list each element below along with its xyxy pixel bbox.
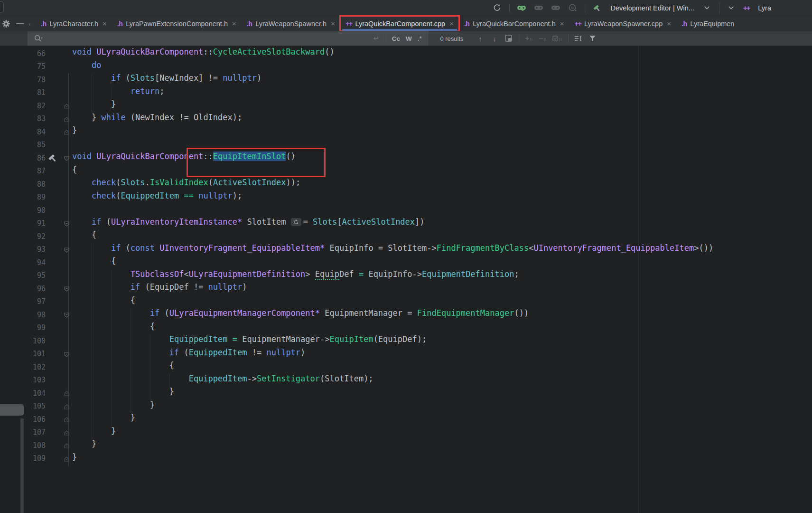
next-occurrence-icon[interactable]: ↓ <box>490 34 499 43</box>
line-number[interactable]: 83 <box>0 114 46 123</box>
chevron-down-icon[interactable] <box>702 3 712 13</box>
close-icon[interactable]: × <box>103 19 107 28</box>
code-line[interactable]: 105 } <box>0 400 812 413</box>
hide-tabs-icon[interactable]: — <box>16 19 24 28</box>
fold-start-icon[interactable] <box>64 285 70 294</box>
fold-start-icon[interactable] <box>64 247 70 255</box>
fold-start-icon[interactable] <box>64 155 70 163</box>
line-number[interactable]: 86 <box>0 154 46 162</box>
code-line[interactable]: 91 if (ULyraInventoryItemInstance* SlotI… <box>0 217 812 230</box>
controller-icon[interactable] <box>533 3 544 13</box>
gutter[interactable] <box>46 308 72 322</box>
code-text[interactable]: { <box>72 256 116 269</box>
gutter[interactable] <box>46 387 72 400</box>
sync-icon[interactable] <box>492 3 503 13</box>
search-input[interactable]: Cc W .* <box>28 31 429 46</box>
code-line[interactable]: 81 return; <box>0 86 812 100</box>
tab-LyraEquipmen[interactable]: .hLyraEquipmen <box>676 16 739 31</box>
tab-LyraWeaponSpawner.h[interactable]: .hLyraWeaponSpawner.h× <box>242 16 340 31</box>
code-line[interactable]: 87{ <box>0 165 812 178</box>
code-line[interactable]: 109} <box>0 452 812 466</box>
code-text[interactable]: EquippedItem->SetInstigator(SlotItem); <box>72 374 373 387</box>
line-number[interactable]: 93 <box>0 245 46 254</box>
search-in-selection-icon[interactable] <box>574 34 583 43</box>
fold-end-icon[interactable] <box>64 129 70 137</box>
open-results-window-icon[interactable] <box>504 34 513 43</box>
code-text[interactable]: } <box>72 99 116 113</box>
code-text[interactable]: } <box>72 452 77 466</box>
gutter[interactable] <box>46 439 72 452</box>
code-text[interactable]: } <box>72 439 96 452</box>
line-number[interactable]: 104 <box>0 389 46 398</box>
code-text[interactable]: check(EquippedItem == nullptr); <box>72 191 242 204</box>
line-number[interactable]: 94 <box>0 258 46 267</box>
line-number[interactable]: 88 <box>0 180 46 189</box>
close-icon[interactable]: × <box>667 19 671 28</box>
fold-end-icon[interactable] <box>64 429 70 438</box>
prev-occurrence-icon[interactable]: ↑ <box>476 34 485 43</box>
add-occurrence-icon[interactable]: +II <box>525 35 533 42</box>
build-hammer-icon[interactable] <box>592 3 602 13</box>
controller-icon-2[interactable] <box>551 3 561 13</box>
code-line[interactable]: 108 } <box>0 439 812 452</box>
tab-LyraQuickBarComponent.h[interactable]: .hLyraQuickBarComponent.h× <box>459 16 569 31</box>
code-line[interactable]: 94 { <box>0 256 812 269</box>
tab-LyraCharacter.h[interactable]: .hLyraCharacter.h× <box>36 16 112 31</box>
code-text[interactable]: } <box>72 400 155 413</box>
fold-end-icon[interactable] <box>64 103 70 111</box>
fold-end-icon[interactable] <box>64 390 70 399</box>
code-line[interactable]: 90 <box>0 204 812 217</box>
line-number[interactable]: 102 <box>0 363 46 371</box>
code-text[interactable]: if (EquipDef != nullptr) <box>72 282 247 295</box>
code-text[interactable]: { <box>72 322 155 335</box>
code-line[interactable]: 84} <box>0 125 812 139</box>
hammer-gutter-icon[interactable] <box>47 153 58 165</box>
fold-end-icon[interactable] <box>64 116 70 124</box>
window-edge-button[interactable] <box>0 1 4 13</box>
gutter[interactable] <box>46 413 72 426</box>
fold-end-icon[interactable] <box>64 442 70 451</box>
line-number[interactable]: 97 <box>0 297 46 306</box>
line-number[interactable]: 92 <box>0 232 46 241</box>
gutter[interactable] <box>46 230 72 243</box>
code-text[interactable]: TSubclassOf<ULyraEquipmentDefinition> Eq… <box>72 269 519 283</box>
remove-occurrence-icon[interactable]: −II <box>539 35 547 42</box>
gutter[interactable] <box>46 374 72 387</box>
gutter[interactable] <box>46 269 72 283</box>
code-line[interactable]: 83 } while (NewIndex != OldIndex); <box>0 113 812 126</box>
code-line[interactable]: 98 if (ULyraEquipmentManagerComponent* E… <box>0 308 812 322</box>
gutter[interactable] <box>46 426 72 439</box>
line-number[interactable]: 82 <box>0 102 46 110</box>
newline-icon[interactable] <box>371 34 381 43</box>
fold-start-icon[interactable] <box>64 312 70 320</box>
gutter[interactable] <box>46 99 72 113</box>
code-line[interactable]: 104 } <box>0 387 812 400</box>
tab-LyraQuickBarComponent.cpp[interactable]: ++LyraQuickBarComponent.cpp× <box>340 16 459 31</box>
line-number[interactable]: 81 <box>0 88 46 97</box>
code-line[interactable]: 97 { <box>0 295 812 309</box>
code-text[interactable]: do <box>72 60 101 74</box>
code-line[interactable]: 107 } <box>0 426 812 439</box>
code-line[interactable]: 95 TSubclassOf<ULyraEquipmentDefinition>… <box>0 269 812 283</box>
run-target-label[interactable]: Lyra <box>758 4 771 12</box>
code-line[interactable]: 96 if (EquipDef != nullptr) <box>0 282 812 295</box>
tab-LyraPawnExtensionComponent.h[interactable]: .hLyraPawnExtensionComponent.h× <box>112 16 242 31</box>
gutter[interactable] <box>46 282 72 295</box>
code-line[interactable]: 75 do <box>0 60 812 74</box>
chevron-down-icon-2[interactable] <box>726 3 737 13</box>
gutter[interactable] <box>46 113 72 126</box>
code-line[interactable]: 100 EquippedItem = EquipmentManager->Equ… <box>0 334 812 348</box>
line-number[interactable]: 100 <box>0 337 46 345</box>
gutter[interactable] <box>46 139 72 152</box>
code-line[interactable]: 88 check(Slots.IsValidIndex(ActiveSlotIn… <box>0 178 812 191</box>
code-text[interactable]: if (ULyraInventoryItemInstance* SlotItem… <box>72 217 425 230</box>
fold-end-icon[interactable] <box>64 403 70 412</box>
code-text[interactable]: } <box>72 413 135 426</box>
code-line[interactable]: 106 } <box>0 413 812 426</box>
code-line[interactable]: 99 { <box>0 322 812 335</box>
gutter[interactable] <box>46 452 72 466</box>
gear-icon[interactable] <box>1 19 11 29</box>
gutter[interactable] <box>46 348 72 361</box>
gutter[interactable] <box>46 73 72 86</box>
fold-end-icon[interactable] <box>64 456 70 464</box>
